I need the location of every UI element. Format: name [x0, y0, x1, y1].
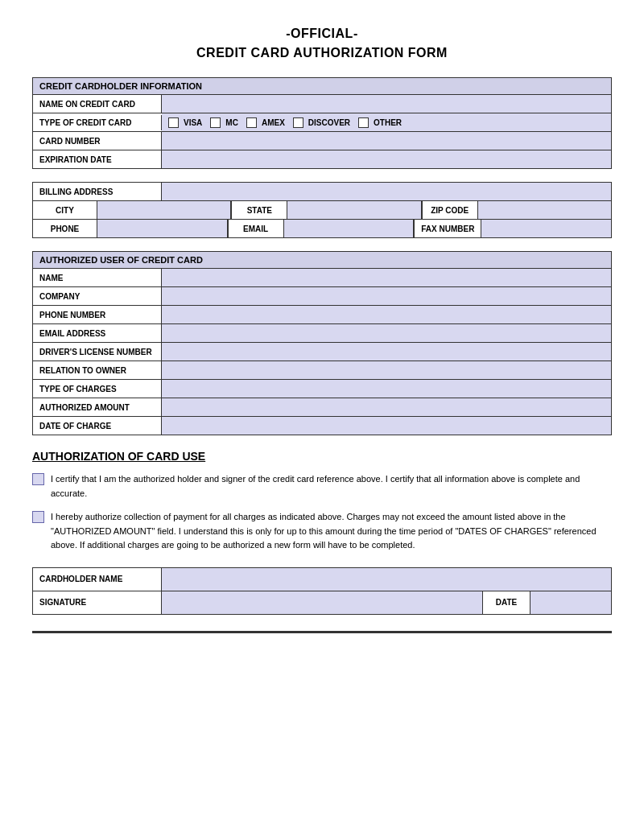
email-label: EMAIL — [228, 220, 284, 237]
au-email-label: EMAIL ADDRESS — [33, 324, 162, 342]
visa-label: VISA — [184, 118, 202, 127]
card-type-options: VISA MC AMEX DISCOVER OTHER — [162, 113, 611, 131]
au-charges-value[interactable] — [162, 380, 611, 398]
other-checkbox[interactable] — [358, 117, 369, 128]
fax-value[interactable] — [481, 220, 611, 237]
au-name-value[interactable] — [162, 269, 611, 286]
discover-checkbox[interactable] — [293, 117, 303, 128]
cardholder-info-section: CREDIT CARDHOLDER INFORMATION NAME ON CR… — [32, 77, 612, 169]
auth-paragraph-1: I certify that I am the authorized holde… — [32, 472, 612, 501]
bottom-divider — [32, 631, 612, 633]
au-date-label: DATE OF CHARGE — [33, 417, 162, 435]
au-charges-label: TYPE OF CHARGES — [33, 380, 162, 398]
name-on-card-label: NAME ON CREDIT CARD — [33, 95, 162, 113]
billing-section: BILLING ADDRESS CITY STATE ZIP CODE PHON… — [32, 182, 612, 238]
discover-label: DISCOVER — [308, 118, 350, 127]
mc-checkbox[interactable] — [210, 117, 221, 128]
au-company-value[interactable] — [162, 287, 611, 305]
au-phone-value[interactable] — [162, 306, 611, 323]
au-name-row: NAME — [33, 269, 611, 287]
expiration-value[interactable] — [162, 150, 611, 168]
expiration-row: EXPIRATION DATE — [33, 150, 611, 168]
au-date-value[interactable] — [162, 417, 611, 435]
amex-checkbox[interactable] — [246, 117, 257, 128]
city-value[interactable] — [97, 201, 231, 219]
au-email-row: EMAIL ADDRESS — [33, 324, 611, 343]
card-number-label: CARD NUMBER — [33, 132, 162, 150]
phone-value[interactable] — [97, 220, 228, 237]
au-date-row: DATE OF CHARGE — [33, 417, 611, 435]
au-amount-row: AUTHORIZED AMOUNT — [33, 398, 611, 417]
au-phone-row: PHONE NUMBER — [33, 306, 611, 324]
zip-value[interactable] — [478, 201, 611, 219]
billing-address-value[interactable] — [162, 183, 611, 200]
au-company-label: COMPANY — [33, 287, 162, 305]
au-amount-value[interactable] — [162, 398, 611, 416]
authorized-user-section: AUTHORIZED USER OF CREDIT CARD NAME COMP… — [32, 251, 612, 435]
au-email-value[interactable] — [162, 324, 611, 342]
cardholder-name-row: CARDHOLDER NAME — [33, 568, 611, 591]
au-relation-row: RELATION TO OWNER — [33, 361, 611, 380]
zip-label: ZIP CODE — [422, 201, 478, 219]
cardholder-name-value[interactable] — [162, 568, 611, 591]
card-number-value[interactable] — [162, 132, 611, 150]
email-value[interactable] — [284, 220, 415, 237]
au-license-row: DRIVER'S LICENSE NUMBER — [33, 343, 611, 361]
certify-checkbox[interactable] — [32, 473, 44, 485]
phone-email-fax-row: PHONE EMAIL FAX NUMBER — [33, 220, 611, 237]
other-label: OTHER — [374, 118, 402, 127]
authorized-user-header: AUTHORIZED USER OF CREDIT CARD — [33, 252, 611, 269]
signature-row: SIGNATURE DATE — [33, 591, 611, 614]
card-type-row: TYPE OF CREDIT CARD VISA MC AMEX DISCOVE… — [33, 113, 611, 132]
name-on-card-row: NAME ON CREDIT CARD — [33, 95, 611, 113]
expiration-label: EXPIRATION DATE — [33, 150, 162, 168]
au-phone-label: PHONE NUMBER — [33, 306, 162, 323]
fax-label: FAX NUMBER — [414, 220, 481, 237]
card-type-label: TYPE OF CREDIT CARD — [33, 115, 162, 130]
billing-header-row: BILLING ADDRESS — [33, 183, 611, 201]
date-label: DATE — [482, 591, 530, 614]
date-value[interactable] — [530, 591, 611, 614]
au-amount-label: AUTHORIZED AMOUNT — [33, 398, 162, 416]
cardholder-info-header: CREDIT CARDHOLDER INFORMATION — [33, 78, 611, 95]
au-company-row: COMPANY — [33, 287, 611, 306]
card-number-row: CARD NUMBER — [33, 132, 611, 150]
authorization-title: AUTHORIZATION OF CARD USE — [32, 450, 612, 463]
name-on-card-value[interactable] — [162, 95, 611, 113]
cardholder-name-label: CARDHOLDER NAME — [33, 568, 162, 591]
au-license-value[interactable] — [162, 343, 611, 360]
au-relation-value[interactable] — [162, 361, 611, 379]
signature-label: SIGNATURE — [33, 591, 162, 614]
page-title: -OFFICIAL- CREDIT CARD AUTHORIZATION FOR… — [32, 24, 612, 63]
certify-text: I certify that I am the authorized holde… — [51, 472, 612, 501]
billing-header-label: BILLING ADDRESS — [33, 183, 162, 200]
au-relation-label: RELATION TO OWNER — [33, 361, 162, 379]
authorize-text: I hereby authorize collection of payment… — [51, 510, 612, 553]
signature-value[interactable] — [162, 591, 482, 614]
amex-label: AMEX — [262, 118, 285, 127]
city-label: CITY — [33, 201, 97, 219]
signature-section: CARDHOLDER NAME SIGNATURE DATE — [32, 567, 612, 615]
authorize-checkbox[interactable] — [32, 511, 44, 523]
au-charges-row: TYPE OF CHARGES — [33, 380, 611, 398]
state-label: STATE — [231, 201, 287, 219]
state-value[interactable] — [287, 201, 421, 219]
au-name-label: NAME — [33, 269, 162, 286]
visa-checkbox[interactable] — [168, 117, 179, 128]
mc-label: MC — [225, 118, 238, 127]
phone-label: PHONE — [33, 220, 97, 237]
au-license-label: DRIVER'S LICENSE NUMBER — [33, 343, 162, 360]
auth-paragraph-2: I hereby authorize collection of payment… — [32, 510, 612, 553]
city-state-zip-row: CITY STATE ZIP CODE — [33, 201, 611, 220]
